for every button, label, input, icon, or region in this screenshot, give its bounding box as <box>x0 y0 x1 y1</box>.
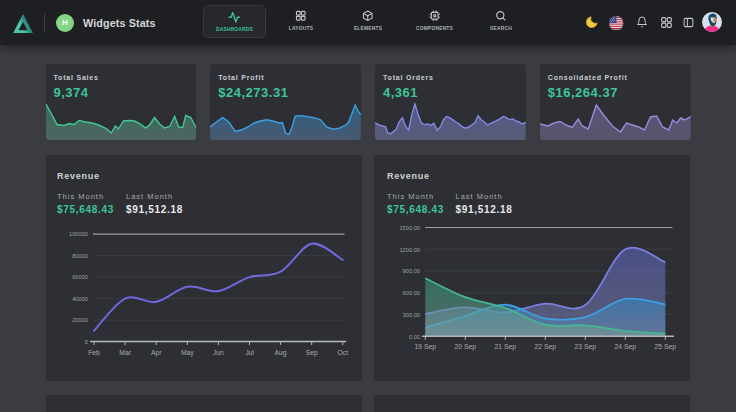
svg-text:23 Sep: 23 Sep <box>574 343 596 351</box>
svg-text:40000: 40000 <box>72 295 88 301</box>
svg-text:Jul: Jul <box>245 349 254 356</box>
svg-text:300.00: 300.00 <box>402 311 419 317</box>
svg-text:20000: 20000 <box>72 317 88 323</box>
svg-text:19 Sep: 19 Sep <box>414 343 436 351</box>
svg-text:Aug: Aug <box>275 349 287 357</box>
svg-text:Sep: Sep <box>306 349 318 357</box>
svg-text:25 Sep: 25 Sep <box>654 343 676 351</box>
svg-text:80000: 80000 <box>72 252 88 258</box>
svg-text:900.00: 900.00 <box>402 268 419 274</box>
svg-text:Jun: Jun <box>213 349 224 356</box>
svg-text:Mar: Mar <box>119 349 131 356</box>
svg-text:0.00: 0.00 <box>408 333 419 339</box>
svg-text:1200.00: 1200.00 <box>399 246 420 252</box>
svg-text:600.00: 600.00 <box>402 290 419 296</box>
svg-text:20 Sep: 20 Sep <box>454 343 476 351</box>
svg-text:24 Sep: 24 Sep <box>614 343 636 351</box>
svg-text:1500.00: 1500.00 <box>399 224 420 230</box>
svg-text:Apr: Apr <box>151 349 162 357</box>
svg-text:0: 0 <box>85 338 88 344</box>
svg-text:21 Sep: 21 Sep <box>494 343 516 351</box>
svg-text:100000: 100000 <box>69 231 88 237</box>
svg-text:22 Sep: 22 Sep <box>534 343 556 351</box>
svg-text:Feb: Feb <box>88 349 100 356</box>
svg-text:60000: 60000 <box>72 274 88 280</box>
svg-text:May: May <box>181 349 194 357</box>
svg-text:Oct: Oct <box>338 349 349 356</box>
